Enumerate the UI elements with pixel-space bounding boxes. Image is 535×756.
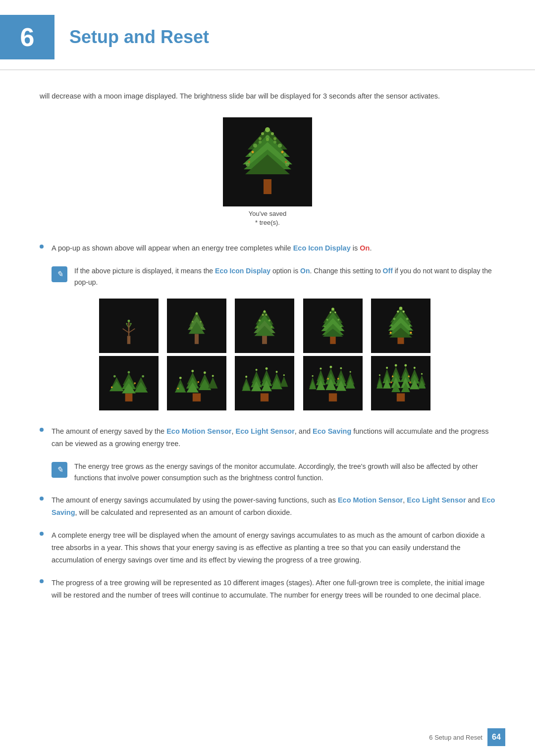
- eco-saving-ref-1: Eco Saving: [313, 427, 351, 435]
- svg-point-127: [276, 371, 278, 373]
- svg-point-108: [204, 372, 206, 374]
- svg-point-19: [273, 137, 276, 140]
- svg-point-82: [397, 311, 399, 313]
- footer-section-label: 6 Setup and Reset: [429, 734, 482, 741]
- growth-stage-1: [99, 299, 159, 353]
- chapter-box: 6: [0, 15, 54, 59]
- svg-marker-86: [109, 381, 124, 391]
- svg-rect-84: [125, 394, 133, 402]
- svg-point-177: [390, 382, 392, 383]
- svg-rect-34: [195, 334, 199, 344]
- growth-stage-6: [99, 356, 159, 410]
- page-header: 6 Setup and Reset: [0, 0, 535, 70]
- chapter-number: 6: [20, 22, 35, 52]
- svg-point-8: [249, 153, 252, 156]
- svg-point-175: [392, 376, 393, 377]
- svg-point-106: [179, 377, 182, 379]
- svg-point-174: [421, 373, 423, 375]
- stage-10-icon: [376, 361, 426, 405]
- svg-rect-56: [330, 336, 335, 344]
- main-content: will decrease with a moon image displaye…: [0, 90, 535, 602]
- stage-1-icon: [104, 303, 154, 348]
- svg-point-126: [266, 367, 268, 370]
- note-pencil-icon: ✎: [56, 269, 63, 279]
- bullet-text-2: The amount of energy saved by the Eco Mo…: [52, 425, 495, 450]
- tree-icon: [233, 125, 302, 199]
- svg-rect-150: [397, 394, 405, 402]
- svg-point-93: [128, 371, 130, 374]
- svg-point-80: [410, 332, 412, 334]
- bullet-item-5: The progress of a tree growing will be r…: [40, 577, 495, 601]
- svg-rect-97: [193, 394, 201, 402]
- svg-point-23: [248, 161, 250, 163]
- growth-stage-10: [371, 356, 430, 410]
- growth-stage-5: [371, 299, 430, 353]
- svg-point-171: [386, 367, 388, 369]
- svg-point-54: [262, 314, 264, 316]
- svg-marker-99: [175, 383, 186, 393]
- svg-point-33: [130, 323, 131, 325]
- svg-point-21: [252, 151, 254, 153]
- svg-point-31: [128, 320, 130, 322]
- stage-3-icon: [240, 303, 289, 348]
- page-number: 64: [487, 728, 505, 746]
- intro-paragraph: will decrease with a moon image displaye…: [40, 90, 495, 102]
- svg-point-65: [340, 326, 341, 327]
- svg-point-110: [177, 388, 179, 389]
- svg-point-17: [271, 132, 274, 135]
- growth-stage-3: [235, 299, 294, 353]
- svg-point-41: [191, 327, 193, 329]
- note-text-1: If the above picture is displayed, it me…: [74, 265, 495, 289]
- svg-point-7: [278, 144, 282, 148]
- svg-rect-44: [262, 335, 267, 344]
- note-pencil-icon-2: ✎: [56, 465, 63, 474]
- svg-point-178: [409, 382, 411, 383]
- stage-5-icon: [376, 303, 426, 348]
- svg-rect-129: [328, 394, 336, 402]
- svg-point-95: [111, 387, 112, 388]
- svg-point-68: [334, 312, 336, 313]
- svg-point-147: [312, 375, 313, 377]
- svg-line-27: [129, 329, 135, 333]
- svg-point-145: [340, 367, 342, 369]
- svg-point-9: [283, 153, 286, 156]
- svg-point-43: [196, 312, 198, 315]
- svg-point-79: [389, 332, 391, 334]
- svg-point-64: [324, 326, 325, 327]
- growth-stage-2: [167, 299, 226, 353]
- tree-display: [223, 117, 312, 206]
- svg-point-20: [266, 138, 269, 141]
- svg-point-128: [283, 374, 285, 376]
- stage-8-icon: [240, 361, 289, 405]
- svg-point-52: [271, 326, 272, 328]
- svg-point-173: [379, 374, 380, 376]
- svg-point-10: [246, 162, 250, 166]
- tree-caption: You've saved * tree(s).: [249, 209, 286, 227]
- bullet-dot-4: [40, 532, 44, 536]
- svg-rect-25: [127, 336, 131, 344]
- eco-icon-display-ref-1: Eco Icon Display: [293, 244, 351, 252]
- bullet-dot-1: [40, 245, 44, 249]
- svg-point-109: [212, 375, 214, 377]
- svg-point-49: [259, 320, 261, 322]
- note-box-1: ✎ If the above picture is displayed, it …: [52, 265, 495, 289]
- svg-point-42: [201, 327, 202, 329]
- svg-point-18: [259, 137, 262, 140]
- bullet-text-3: The amount of energy savings accumulated…: [52, 494, 495, 518]
- bullet-text-5: The progress of a tree growing will be r…: [52, 577, 495, 601]
- svg-point-32: [126, 323, 127, 325]
- svg-point-81: [399, 307, 403, 310]
- svg-point-53: [264, 310, 266, 313]
- growth-stage-7: [167, 356, 226, 410]
- svg-point-66: [331, 308, 334, 311]
- svg-point-55: [266, 314, 267, 316]
- eco-motion-sensor-ref-2: Eco Motion Sensor: [338, 496, 403, 504]
- svg-point-146: [349, 371, 351, 373]
- svg-point-111: [198, 381, 199, 383]
- eco-light-sensor-ref-1: Eco Light Sensor: [236, 427, 295, 435]
- svg-point-149: [337, 378, 339, 380]
- off-ref-note: Off: [383, 267, 393, 275]
- svg-point-172: [414, 367, 416, 369]
- stage-2-icon: [172, 303, 221, 348]
- bullet-text-1: A pop-up as shown above will appear when…: [52, 242, 495, 254]
